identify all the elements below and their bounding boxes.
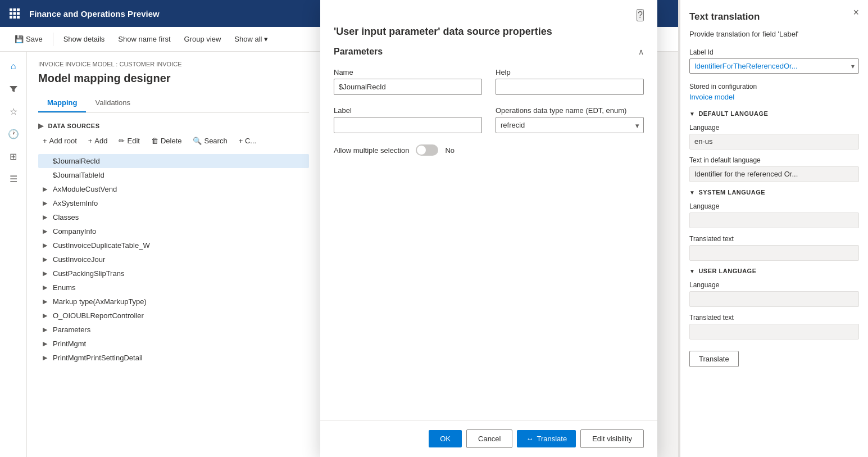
main-content: INVOICE INVOICE MODEL : CUSTOMER INVOICE… [27,52,320,457]
help-button[interactable]: ? [637,9,644,21]
add-button[interactable]: + Add [84,134,112,147]
datasource-actions: + Add root + Add ✏ Edit 🗑 Delete 🔍 Searc… [38,134,309,147]
label-operations-row: Label Operations data type name (EDT, en… [334,106,644,133]
allow-multiple-value: No [445,146,455,155]
svg-rect-3 [10,12,12,15]
right-panel-subtitle: Provide translation for field 'Label' [689,29,859,39]
right-panel: × Text translation Provide translation f… [680,0,868,457]
item-chevron-icon: ▶ [43,256,49,263]
add-icon: + [88,137,93,145]
item-chevron-icon: ▶ [43,242,49,249]
tree-item-custinvoiceduplicatetable[interactable]: ▶ CustInvoiceDuplicateTable_W [38,238,309,252]
edit-icon: ✏ [119,137,125,145]
tree-item-custpackingsliptrans[interactable]: ▶ CustPackingSlipTrans [38,266,309,280]
item-chevron-icon: ▶ [43,354,49,361]
ok-button[interactable]: OK [429,430,462,447]
cancel-button[interactable]: Cancel [466,429,512,448]
apps-grid-icon[interactable] [7,6,22,21]
tab-validations[interactable]: Validations [86,94,139,112]
datasources-chevron-icon: ▶ [38,122,44,130]
item-chevron-icon: ▶ [43,185,49,193]
sidebar-item-home[interactable]: ⌂ [3,56,24,76]
default-lang-value: en-us [689,134,859,150]
tree-item-parameters[interactable]: ▶ Parameters [38,323,309,337]
tree-item-printmgmtprintsettingdetail[interactable]: ▶ PrintMgmtPrintSettingDetail [38,351,309,365]
name-label: Name [334,68,482,76]
allow-multiple-label: Allow multiple selection [334,146,409,155]
system-translated-value [689,245,859,261]
item-chevron-icon: ▶ [43,214,49,221]
svg-rect-1 [13,8,16,11]
label-label: Label [334,106,482,115]
modal-header: ? [320,0,657,21]
sidebar-item-filter[interactable] [3,79,24,99]
datasource-tree: $JournalRecId $JournalTableId ▶ AxModule… [38,154,309,365]
translate-button[interactable]: ↔ Translate [517,430,576,447]
tree-item-oioublreportcontroller[interactable]: ▶ O_OIOUBLReportController [38,309,309,323]
label-id-dropdown[interactable]: IdentifierForTheReferencedOr... [689,58,859,74]
edit-visibility-button[interactable]: Edit visibility [580,429,644,448]
close-button[interactable]: × [853,7,859,19]
allow-multiple-toggle[interactable] [416,144,438,156]
rp-translate-button[interactable]: Translate [689,351,739,367]
svg-rect-2 [17,8,20,11]
group-view-button[interactable]: Group view [179,31,227,47]
system-lang-chevron-icon: ▼ [689,189,695,196]
breadcrumb: INVOICE INVOICE MODEL : CUSTOMER INVOICE [38,61,309,67]
item-chevron-icon: ▶ [43,298,49,305]
label-input[interactable] [334,117,482,133]
default-lang-label: Language [689,124,859,132]
translate-icon: ↔ [526,435,533,443]
save-icon: 💾 [15,35,24,43]
tree-item-custinvoicejour[interactable]: ▶ CustInvoiceJour [38,252,309,266]
tree-item-enums[interactable]: ▶ Enums [38,280,309,295]
edit-button[interactable]: ✏ Edit [114,134,144,147]
stored-in-value: Invoice model [689,93,859,101]
save-button[interactable]: 💾 Save [9,31,48,47]
svg-rect-8 [17,16,20,19]
sidebar-item-list[interactable]: ☰ [3,169,24,189]
tree-item-journaltableid[interactable]: $JournalTableId [38,168,309,182]
operations-group: Operations data type name (EDT, enum) re… [496,106,644,133]
default-text-label: Text in default language [689,156,859,164]
toolbar-divider-1 [53,33,53,46]
tree-item-companyinfo[interactable]: ▶ CompanyInfo [38,224,309,238]
svg-rect-5 [17,12,20,15]
system-lang-label: Language [689,202,859,210]
tree-item-axmodulecustvend[interactable]: ▶ AxModuleCustVend [38,182,309,196]
svg-rect-7 [13,16,16,19]
sidebar-item-star[interactable]: ☆ [3,101,24,121]
show-details-button[interactable]: Show details [58,31,111,47]
tree-item-axsysteminfo[interactable]: ▶ AxSystemInfo [38,196,309,210]
tree-item-classes[interactable]: ▶ Classes [38,210,309,224]
item-chevron-icon: ▶ [43,284,49,291]
tree-item-printmgmt[interactable]: ▶ PrintMgmt [38,337,309,351]
tree-item-journalrecid[interactable]: $JournalRecId [38,154,309,168]
modal-dialog: ? 'User input parameter' data source pro… [320,0,657,457]
add-root-icon: + [43,137,47,145]
sidebar-item-grid[interactable]: ⊞ [3,146,24,166]
add-root-button[interactable]: + Add root [38,134,81,147]
show-name-first-button[interactable]: Show name first [112,31,176,47]
modal-footer: OK Cancel ↔ Translate Edit visibility [320,420,657,457]
collapse-params-button[interactable]: ∧ [638,47,644,56]
item-chevron-icon: ▶ [43,312,49,319]
tab-mapping[interactable]: Mapping [38,94,86,112]
tree-item-markuptype[interactable]: ▶ Markup type(AxMarkupType) [38,295,309,309]
page-title: Model mapping designer [38,72,309,85]
operations-select-wrap: refrecid ▾ [496,117,644,133]
sidebar-item-clock[interactable]: 🕐 [3,124,24,144]
left-sidebar: ⌂ ☆ 🕐 ⊞ ☰ [0,52,27,457]
toggle-knob [417,146,426,155]
delete-button[interactable]: 🗑 Delete [147,134,187,147]
more-button[interactable]: + C... [234,134,261,147]
help-input[interactable] [496,79,644,95]
item-chevron-icon: ▶ [43,326,49,333]
system-translated-label: Translated text [689,235,859,243]
show-all-button[interactable]: Show all ▾ [229,31,274,47]
delete-icon: 🗑 [151,137,158,145]
svg-rect-4 [13,12,16,15]
search-button[interactable]: 🔍 Search [188,134,231,147]
name-input[interactable] [334,79,482,95]
operations-select[interactable]: refrecid [496,117,644,133]
